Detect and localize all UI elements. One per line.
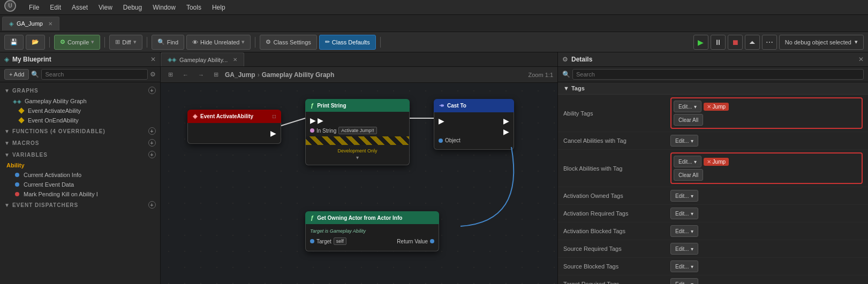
find-button[interactable]: 🔍 Find <box>152 35 184 50</box>
svg-line-0 <box>281 118 305 126</box>
play-button[interactable]: ▶ <box>693 35 708 50</box>
tag-chip-jump-2: ✕ Jump <box>704 158 729 166</box>
ability-tags-clear-all[interactable]: Clear All <box>674 114 703 126</box>
details-row-activation-blocked: Activation Blocked Tags Edit... ▾ <box>558 222 868 240</box>
frame-button[interactable]: ⏶ <box>745 35 760 50</box>
add-macro-button[interactable]: + <box>148 139 156 147</box>
more-button[interactable]: ⋯ <box>762 35 777 50</box>
section-expand-icon5: ▼ <box>4 202 10 208</box>
ability-tags-edit-btn[interactable]: Edit... ▾ <box>674 101 701 112</box>
stop-button[interactable]: ⏹ <box>728 35 743 50</box>
node-cast-to[interactable]: ↠ Cast To ▶ ▶ ▶ Object <box>434 99 514 150</box>
target-required-value: Edit... ▾ <box>670 278 863 284</box>
canvas-area[interactable]: ◈◈ Gameplay Ability... ✕ ⊞ ← → ⊞ GA_Jump… <box>161 52 557 284</box>
layout-button[interactable]: ⊞ <box>210 70 222 79</box>
diff-button[interactable]: ⊞ Diff ▾ <box>109 35 142 50</box>
ability-group-label[interactable]: Ability <box>0 160 160 170</box>
search-input[interactable] <box>41 69 148 80</box>
class-defaults-button[interactable]: ✏ Class Defaults <box>319 35 376 50</box>
details-search-icon: 🔍 <box>562 71 570 78</box>
tab-ga-jump[interactable]: ◈ GA_Jump ✕ <box>2 17 59 30</box>
home-button[interactable]: ⊞ <box>165 70 176 79</box>
tab-bar: ◈ GA_Jump ✕ <box>0 15 868 32</box>
search-icon: 🔍 <box>31 71 39 78</box>
details-content: ▼ Tags Ability Tags Edit... ▾ <box>558 82 868 284</box>
breadcrumb-root[interactable]: GA_Jump <box>225 71 255 79</box>
add-function-button[interactable]: + <box>148 127 156 135</box>
cancel-abilities-edit-btn[interactable]: Edit... ▾ <box>670 135 698 147</box>
add-graph-button[interactable]: + <box>148 87 156 94</box>
tree-item-event-activate[interactable]: Event ActivateAbility <box>0 106 160 116</box>
target-dot <box>310 239 314 243</box>
section-graphs[interactable]: ▼ GRAPHS + <box>0 85 160 96</box>
tab-close-icon[interactable]: ✕ <box>48 21 52 27</box>
add-button[interactable]: + Add <box>4 69 29 80</box>
tag-remove-icon-2[interactable]: ✕ <box>707 159 711 165</box>
target-required-edit-btn[interactable]: Edit... ▾ <box>670 278 698 284</box>
tree-item-event-onend[interactable]: Event OnEndAbility <box>0 116 160 125</box>
menu-debug[interactable]: Debug <box>118 0 147 15</box>
menu-window[interactable]: Window <box>147 0 181 15</box>
activation-blocked-edit-btn[interactable]: Edit... ▾ <box>670 225 698 237</box>
section-functions[interactable]: ▼ FUNCTIONS (4 OVERRIDABLE) + <box>0 125 160 137</box>
sep2 <box>104 37 105 48</box>
menu-file[interactable]: File <box>24 0 44 15</box>
block-abilities-clear-all[interactable]: Clear All <box>674 169 703 181</box>
section-tags-header[interactable]: ▼ Tags <box>558 82 868 95</box>
in-string-value[interactable]: Activate Jump!! <box>338 127 377 134</box>
source-required-edit-btn[interactable]: Edit... ▾ <box>670 243 698 255</box>
section-dispatchers[interactable]: ▼ EVENT DISPATCHERS + <box>0 199 160 211</box>
hide-unrelated-button[interactable]: 👁 Hide Unrelated ▾ <box>186 35 251 50</box>
print-node-body: ▶ ▶ In String Activate Jump!! Developmen… <box>305 112 410 165</box>
pause-button[interactable]: ⏸ <box>711 35 726 50</box>
app-logo[interactable]: U <box>4 0 19 15</box>
menu-view[interactable]: View <box>93 0 118 15</box>
section-variables[interactable]: ▼ VARIABLES + <box>0 149 160 160</box>
gear-icon[interactable]: ⚙ <box>150 71 156 78</box>
details-row-source-required: Source Required Tags Edit... ▾ <box>558 240 868 258</box>
panel-close-icon[interactable]: ✕ <box>150 56 156 63</box>
activation-required-edit-btn[interactable]: Edit... ▾ <box>670 208 698 219</box>
add-dispatcher-button[interactable]: + <box>148 201 156 209</box>
save-button[interactable]: 💾 <box>4 35 24 50</box>
canvas-tab-gameplay[interactable]: ◈◈ Gameplay Ability... ✕ <box>161 52 244 66</box>
source-blocked-edit-btn[interactable]: Edit... ▾ <box>670 260 698 272</box>
details-search-input[interactable] <box>572 69 864 80</box>
ability-tags-label: Ability Tags <box>563 110 670 117</box>
tag-chip-jump-1: ✕ Jump <box>704 103 729 111</box>
var-mark-pending[interactable]: Mark Pending Kill on Ability I <box>0 189 160 199</box>
menu-asset[interactable]: Asset <box>66 0 93 15</box>
section-expand-icon3: ▼ <box>4 140 10 146</box>
details-close-icon[interactable]: ✕ <box>858 56 864 63</box>
browse-button[interactable]: 📂 <box>26 35 45 50</box>
block-abilities-edit-btn[interactable]: Edit... ▾ <box>674 156 701 167</box>
object-dot <box>439 139 443 143</box>
section-macros[interactable]: ▼ MACROS + <box>0 137 160 149</box>
print-func-icon: ƒ <box>311 102 314 109</box>
tag-remove-icon-1[interactable]: ✕ <box>707 104 711 110</box>
activation-owned-edit-btn[interactable]: Edit... ▾ <box>670 190 698 202</box>
class-settings-button[interactable]: ⚙ Class Settings <box>260 35 316 50</box>
sep1 <box>49 37 50 48</box>
compile-button[interactable]: ⚙ Compile ▾ <box>54 35 100 50</box>
node-event-activate[interactable]: ◈ Event ActivateAbility □ ▶ <box>187 110 281 144</box>
node-print-string[interactable]: ƒ Print String ▶ ▶ In String Activate Ju… <box>305 99 410 165</box>
node-get-owning-actor[interactable]: ƒ Get Owning Actor from Actor Info Targe… <box>305 211 439 251</box>
target-value[interactable]: self <box>334 237 346 245</box>
back-button[interactable]: ← <box>179 71 192 79</box>
canvas-background[interactable]: ◈ Event ActivateAbility □ ▶ ƒ Print Stri… <box>161 83 557 284</box>
menu-help[interactable]: Help <box>207 0 231 15</box>
canvas-tab-close[interactable]: ✕ <box>233 57 237 63</box>
add-variable-button[interactable]: + <box>148 151 156 158</box>
var-current-event[interactable]: Current Event Data <box>0 180 160 189</box>
forward-button[interactable]: → <box>195 71 207 79</box>
var-current-activation[interactable]: Current Activation Info <box>0 170 160 180</box>
menu-tools[interactable]: Tools <box>181 0 207 15</box>
in-string-pin: In String Activate Jump!! <box>310 127 405 134</box>
breadcrumb-page[interactable]: Gameplay Ability Graph <box>262 71 335 79</box>
tree-item-gameplay-graph[interactable]: ◈◈ Gameplay Ability Graph <box>0 96 160 106</box>
tab-icon: ◈ <box>9 20 13 27</box>
menu-edit[interactable]: Edit <box>44 0 66 15</box>
debug-selector[interactable]: No debug object selected ▾ <box>779 35 864 50</box>
debug-dropdown-arrow: ▾ <box>855 39 858 45</box>
